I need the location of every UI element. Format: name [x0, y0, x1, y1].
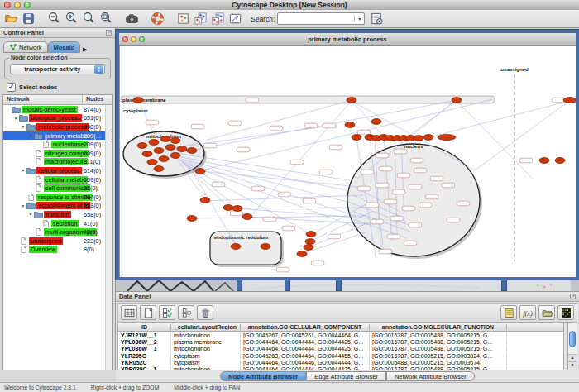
column-header-annotation-go-cellular-component[interactable]: annotation.GO CELLULAR_COMPONENT	[241, 324, 370, 330]
link-browser-icon[interactable]	[227, 11, 243, 26]
expand-arrow-icon[interactable]: ▼	[20, 168, 26, 173]
tree-item-primary-metabo[interactable]: ▼primary metabo209(...	[3, 131, 112, 141]
tree-item-overview[interactable]: Overview8(0)	[3, 246, 112, 255]
open-file-icon[interactable]	[2, 11, 19, 26]
network-view-window[interactable]: primary metabolic process plasma membran…	[116, 30, 579, 280]
delete-attribute-trash-icon[interactable]	[197, 305, 213, 320]
network-node[interactable]	[195, 169, 205, 174]
network-edge[interactable]	[429, 101, 569, 137]
expand-arrow-icon[interactable]: ▼	[27, 133, 34, 138]
tree-item-nucleobase[interactable]: nucleobase-209(0)	[3, 140, 112, 149]
network-node[interactable]	[147, 160, 157, 165]
network-node[interactable]	[160, 136, 170, 142]
tab-overflow-arrow[interactable]: ▶	[83, 46, 87, 53]
network-edge[interactable]	[228, 208, 367, 208]
expand-arrow-icon[interactable]: ▼	[27, 212, 34, 217]
network-node[interactable]	[187, 216, 197, 222]
tree-item-metabolic-process[interactable]: ▼metabolic process280(0)	[3, 122, 112, 131]
unselect-attributes-icon[interactable]	[178, 305, 194, 320]
attribute-table-icon[interactable]	[121, 305, 137, 320]
network-node[interactable]	[352, 135, 361, 141]
network-node[interactable]	[154, 148, 164, 154]
tree-item-unassigned[interactable]: unassigned223(0)	[3, 237, 112, 246]
network-node[interactable]	[297, 251, 307, 257]
tree-item-mosaic-demo-yeast[interactable]: mosaic-demo-yeast874(0)	[3, 105, 112, 114]
network-node[interactable]	[187, 148, 197, 154]
expand-arrow-icon[interactable]: ▼	[20, 124, 26, 129]
help-lifesaver-icon[interactable]	[149, 11, 165, 26]
cytopanel-box-icon[interactable]	[175, 11, 191, 26]
network-node[interactable]	[305, 239, 315, 245]
tab-edge-attribute-browser[interactable]: Edge Attribute Browser	[306, 371, 386, 381]
network-node[interactable]	[555, 158, 565, 164]
save-icon[interactable]	[20, 11, 36, 26]
create-attribute-icon[interactable]	[140, 305, 156, 320]
tree-item-nitrogen-compo[interactable]: nitrogen compo209(0)	[3, 149, 112, 158]
zoom-in-icon[interactable]	[63, 11, 79, 26]
table-scrollbar[interactable]: ▲ ▼	[567, 322, 577, 370]
column-header-cellularlayoutregion[interactable]: _cellularLayoutRegion	[171, 324, 241, 330]
network-node[interactable]	[142, 151, 152, 157]
node-color-dropdown[interactable]: transporter activity ▲▼	[10, 64, 105, 74]
tree-item-cellular-process[interactable]: ▼cellular process614(0)	[3, 166, 112, 175]
column-header-id[interactable]: ID	[118, 324, 171, 330]
tab-network[interactable]: Network	[3, 41, 48, 53]
network-node[interactable]	[452, 98, 462, 103]
tree-item-multi-organism-pro[interactable]: multi-organism pro42(0)	[3, 227, 112, 237]
tree-item-macromolecule[interactable]: macromolecule311(0)	[3, 158, 112, 167]
tree-item-transport[interactable]: ▼transport558(0)	[3, 210, 112, 219]
column-header-annotation-go-molecular-function[interactable]: annotation.GO MOLECULAR_FUNCTION	[370, 324, 507, 330]
tree-item-cellular-metabo[interactable]: cellular metabo209(0)	[3, 175, 112, 184]
search-input[interactable]: ▾	[277, 12, 365, 25]
network-node[interactable]	[177, 146, 187, 152]
zoom-fit-icon[interactable]	[80, 11, 97, 26]
tree-item-establishment-of-lo[interactable]: ▼establishment of lo558(0)	[3, 202, 112, 211]
network-node[interactable]	[231, 244, 241, 250]
network-node[interactable]	[539, 158, 549, 164]
search-config-icon[interactable]	[368, 11, 385, 26]
tab-mosaic[interactable]: Mosaic	[48, 41, 80, 53]
tree-column-nodes[interactable]: Nodes	[83, 95, 112, 104]
table-row[interactable]: YLR295Ccytoplasm[GO:0045263, GO:0044464,…	[118, 352, 563, 359]
attribute-matrix-icon[interactable]	[557, 305, 574, 320]
network-edge[interactable]	[251, 101, 352, 215]
tree-item-cell-communicat[interactable]: cell communicat22(0)	[3, 184, 112, 193]
tab-network-attribute-browser[interactable]: Network Attribute Browser	[386, 371, 475, 381]
tab-node-attribute-browser[interactable]: Node Attribute Browser	[220, 371, 306, 381]
dropdown-stepper-icon[interactable]: ▲▼	[94, 65, 103, 74]
search-text-field[interactable]	[278, 13, 354, 24]
network-node[interactable]	[242, 214, 252, 220]
network-node[interactable]	[159, 156, 169, 162]
scrollbar-thumb[interactable]	[569, 331, 576, 347]
import-attributes-folder-icon[interactable]	[538, 305, 555, 320]
zoom-selected-region-icon[interactable]	[98, 11, 114, 26]
network-node[interactable]	[371, 119, 381, 125]
snapshot-camera-icon[interactable]	[123, 11, 140, 26]
select-nodes-checkbox[interactable]: ✓	[7, 83, 16, 92]
network-node[interactable]	[223, 205, 233, 211]
network-node[interactable]	[563, 98, 576, 103]
network-window-titlebar[interactable]: primary metabolic process	[119, 33, 576, 46]
network-node[interactable]	[414, 136, 423, 141]
merge-networks-a-icon[interactable]	[192, 11, 208, 26]
network-node[interactable]	[261, 244, 270, 250]
table-row[interactable]: YJR121W__1mitochondrion[GO:0045267, GO:0…	[118, 332, 563, 338]
zoom-out-icon[interactable]	[45, 11, 62, 26]
table-row[interactable]: YPL036W__1mitochondrion[GO:0044464, GO:0…	[118, 346, 563, 352]
network-node[interactable]	[347, 98, 356, 103]
expand-arrow-icon[interactable]: ▼	[20, 203, 26, 208]
network-node[interactable]	[137, 143, 147, 149]
network-node[interactable]	[170, 153, 180, 159]
tree-scrollbar[interactable]	[105, 105, 112, 377]
select-attributes-icon[interactable]	[159, 305, 175, 320]
scroll-down-arrow[interactable]: ▼	[568, 361, 577, 370]
function-builder-icon[interactable]: f(x)	[519, 305, 536, 320]
tree-item-response-to-stimulu[interactable]: response to stimulu264(0)	[3, 193, 112, 202]
network-node[interactable]	[423, 135, 433, 141]
network-node[interactable]	[306, 232, 316, 237]
network-node[interactable]	[154, 166, 164, 172]
network-node[interactable]	[170, 138, 180, 144]
tree-item-secretion[interactable]: secretion41(0)	[3, 219, 112, 228]
search-dropdown-arrow-icon[interactable]: ▾	[354, 16, 364, 22]
table-row[interactable]: YPL036W__2plasma membrane[GO:0044464, GO…	[118, 338, 563, 345]
